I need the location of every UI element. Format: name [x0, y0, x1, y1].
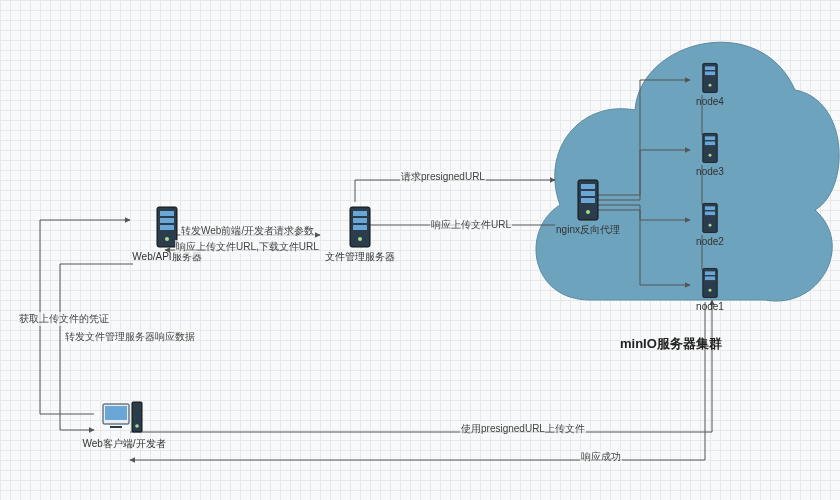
- node-label: node3: [690, 166, 730, 177]
- svg-rect-32: [105, 406, 127, 420]
- node-label: node4: [690, 96, 730, 107]
- svg-point-35: [135, 424, 139, 428]
- server-icon: [699, 202, 721, 234]
- node-label: Web客户端/开发者: [74, 438, 174, 449]
- edge-label: 转发Web前端/开发者请求参数: [180, 224, 315, 238]
- svg-rect-6: [353, 211, 367, 216]
- server-icon: [699, 267, 721, 299]
- svg-rect-17: [705, 71, 715, 75]
- svg-rect-29: [705, 276, 715, 280]
- node-node2: node2: [690, 202, 730, 247]
- svg-rect-1: [160, 211, 174, 216]
- svg-rect-2: [160, 218, 174, 223]
- edge-label: 响应上传文件URL: [430, 218, 512, 232]
- svg-point-26: [709, 224, 712, 227]
- node-nginx: nginx反向代理: [548, 178, 628, 235]
- node-client: Web客户端/开发者: [74, 400, 174, 449]
- svg-rect-33: [110, 426, 122, 428]
- server-icon: [345, 205, 375, 249]
- node-node3: node3: [690, 132, 730, 177]
- svg-rect-11: [581, 184, 595, 189]
- server-icon: [573, 178, 603, 222]
- edge-label: 转发文件管理服务器响应数据: [64, 330, 196, 344]
- svg-rect-12: [581, 191, 595, 196]
- edge-label: 使用presignedURL上传文件: [460, 422, 586, 436]
- svg-rect-16: [705, 66, 715, 70]
- node-label: nginx反向代理: [548, 224, 628, 235]
- edge-label: 响应上传文件URL,下载文件URL: [175, 240, 320, 254]
- node-label: 文件管理服务器: [320, 251, 400, 262]
- svg-rect-8: [353, 225, 367, 230]
- server-icon: [699, 62, 721, 94]
- node-label: node2: [690, 236, 730, 247]
- svg-rect-28: [705, 271, 715, 275]
- svg-point-18: [709, 84, 712, 87]
- svg-rect-13: [581, 198, 595, 203]
- node-label: node1: [690, 301, 730, 312]
- svg-rect-3: [160, 225, 174, 230]
- svg-rect-21: [705, 141, 715, 145]
- pc-icon: [102, 400, 146, 436]
- server-icon: [699, 132, 721, 164]
- node-file-mgr: 文件管理服务器: [320, 205, 400, 262]
- svg-point-22: [709, 154, 712, 157]
- svg-rect-20: [705, 136, 715, 140]
- node-node1: node1: [690, 267, 730, 312]
- svg-rect-24: [705, 206, 715, 210]
- edge-label: 响应成功: [580, 450, 622, 464]
- svg-point-4: [165, 237, 169, 241]
- cluster-title: minIO服务器集群: [620, 335, 722, 353]
- svg-point-30: [709, 289, 712, 292]
- node-node4: node4: [690, 62, 730, 107]
- edge-label: 请求presignedURL: [400, 170, 486, 184]
- edge-label: 获取上传文件的凭证: [18, 312, 110, 326]
- svg-rect-7: [353, 218, 367, 223]
- svg-rect-25: [705, 211, 715, 215]
- svg-point-14: [586, 210, 590, 214]
- svg-point-9: [358, 237, 362, 241]
